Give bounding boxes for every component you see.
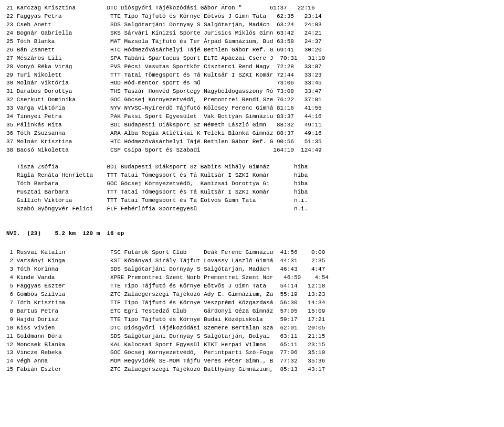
top-results: 21 Karczag Krisztina DTC Diósgyőri Tájék…: [6, 4, 498, 155]
results-content: 21 Karczag Krisztina DTC Diósgyőri Tájék…: [6, 4, 498, 374]
bottom-results: 1 Rusvai Katalin FSC Futárok Sport Club …: [6, 249, 498, 374]
dnf-results: Tisza Zsófia BDI Budapesti Diáksport Sz …: [6, 163, 498, 214]
section-header: NVI. (23) 5.2 km 120 m 16 ep: [6, 230, 498, 238]
